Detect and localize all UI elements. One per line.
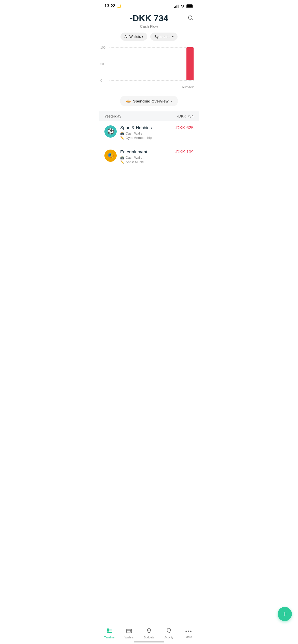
transaction-category-name: Sport & Hobbies [120, 125, 171, 130]
svg-line-8 [192, 19, 193, 21]
chart-grid: 100 50 0 May 2024 [110, 47, 194, 80]
chevron-down-icon: ▾ [142, 35, 143, 38]
note-icon: ✏️ [120, 136, 124, 140]
status-icons [174, 4, 194, 8]
transaction-info-sport: Sport & Hobbies 🗃️ Cash Wallet ✏️ Gym Me… [120, 125, 171, 140]
period-filter-label: By months [154, 35, 171, 39]
grid-line-0: 0 [110, 80, 194, 81]
svg-rect-1 [175, 6, 176, 8]
wallet-filter-label: All Wallets [125, 35, 141, 39]
header: -DKK 734 Cash Flow [99, 11, 199, 33]
note-icon-2: ✏️ [120, 160, 124, 164]
grid-label-50: 50 [100, 62, 104, 66]
svg-rect-2 [177, 5, 177, 8]
header-amount: -DKK 734 [104, 13, 194, 23]
transaction-category-name-2: Entertainment [120, 150, 171, 155]
chart-bar-may [186, 47, 194, 80]
transaction-note-2: ✏️ Apple Music [120, 160, 171, 164]
chevron-down-icon-2: ▾ [172, 35, 173, 38]
spending-overview-button[interactable]: 🥧 Spending Overview › [120, 96, 178, 106]
note-text: Gym Membership [126, 136, 152, 140]
transaction-item-sport[interactable]: ⚽ Sport & Hobbies 🗃️ Cash Wallet ✏️ Gym … [99, 121, 199, 145]
period-filter-button[interactable]: By months ▾ [150, 33, 178, 41]
header-subtitle: Cash Flow [104, 24, 194, 28]
moon-icon: 🌙 [117, 4, 121, 8]
wallet-icon-2: 🗃️ [120, 156, 124, 159]
grid-label-0: 0 [100, 79, 102, 82]
wallet-icon: 🗃️ [120, 132, 124, 135]
wallet-name: Cash Wallet [126, 131, 143, 135]
status-time: 13.22 [104, 4, 115, 9]
transaction-amount-entertainment: -DKK 109 [175, 150, 194, 155]
grid-line-50: 50 [110, 64, 194, 64]
svg-rect-0 [174, 7, 175, 8]
transaction-wallet-2: 🗃️ Cash Wallet [120, 156, 171, 159]
signal-icon [174, 5, 179, 8]
spending-overview-label: Spending Overview [133, 99, 168, 103]
spending-overview-arrow: › [171, 99, 172, 103]
chart-area: 100 50 0 May 2024 [99, 45, 199, 91]
wallet-name-2: Cash Wallet [126, 156, 143, 159]
battery-icon [186, 4, 194, 8]
transaction-item-entertainment[interactable]: 🎭 Entertainment 🗃️ Cash Wallet ✏️ Apple … [99, 145, 199, 169]
section-total-amount: -DKK 734 [177, 114, 194, 118]
svg-rect-5 [193, 6, 194, 7]
status-bar: 13.22 🌙 [99, 0, 199, 11]
grid-line-100: 100 [110, 47, 194, 48]
search-button[interactable] [187, 15, 194, 22]
section-header-yesterday: Yesterday -DKK 734 [99, 111, 199, 121]
note-text-2: Apple Music [126, 160, 144, 164]
entertainment-icon: 🎭 [107, 152, 114, 159]
filter-bar: All Wallets ▾ By months ▾ [99, 33, 199, 45]
grid-label-100: 100 [100, 46, 105, 49]
chart-x-label: May 2024 [182, 85, 195, 89]
sport-icon: ⚽ [107, 128, 114, 135]
svg-rect-3 [178, 5, 179, 8]
category-icon-sport: ⚽ [104, 125, 117, 138]
spending-overview-icon: 🥧 [126, 99, 131, 103]
search-icon [187, 15, 194, 21]
transaction-info-entertainment: Entertainment 🗃️ Cash Wallet ✏️ Apple Mu… [120, 150, 171, 164]
transaction-amount-sport: -DKK 625 [175, 125, 194, 130]
transaction-wallet: 🗃️ Cash Wallet [120, 131, 171, 135]
wifi-icon [180, 5, 185, 8]
category-icon-entertainment: 🎭 [104, 150, 117, 162]
wallet-filter-button[interactable]: All Wallets ▾ [120, 33, 147, 41]
svg-rect-6 [187, 5, 192, 7]
spending-overview-section: 🥧 Spending Overview › [99, 93, 199, 111]
transaction-note: ✏️ Gym Membership [120, 136, 171, 140]
section-label: Yesterday [104, 114, 121, 118]
